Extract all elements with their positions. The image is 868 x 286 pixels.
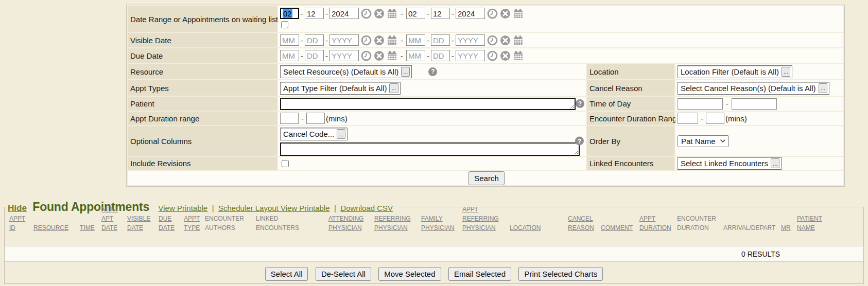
clear-icon[interactable] [500,50,511,61]
due-date-from-day-input[interactable]: DD [305,50,324,61]
time-of-day-start-input[interactable] [678,98,723,110]
location-filter[interactable]: Location Filter (Default is All) ... [678,65,792,78]
calendar-icon[interactable] [387,8,397,19]
download-csv-link[interactable]: Download CSV [340,204,393,212]
column-header-cancel-reason[interactable]: CANCELREASON [568,214,594,233]
column-header-next-apt-date[interactable]: NEXTAPTDATE [101,205,118,233]
clock-icon[interactable] [361,50,372,61]
column-header-family-physician[interactable]: FAMILYPHYSICIAN [421,214,455,233]
calendar-icon[interactable] [513,35,524,46]
resource-more-button[interactable]: ... [401,67,410,77]
visible-date-to-day-input[interactable]: DD [431,34,450,46]
optional-columns-label: Optional Columns [128,126,277,156]
date-range-to-month-input[interactable]: 02 [406,8,425,19]
cancel-code-picker[interactable]: Cancel Code... ... [280,128,348,140]
clear-icon[interactable] [374,50,385,61]
calendar-icon[interactable] [513,8,524,19]
scheduler-layout-view-printable-link[interactable]: Scheduler Layout View Printable [218,204,330,212]
calendar-icon[interactable] [387,35,397,46]
move-selected-button[interactable]: Move Selected [378,267,441,281]
clock-icon[interactable] [361,8,372,19]
column-header-location[interactable]: LOCATION [510,223,541,233]
clear-icon[interactable] [500,8,511,19]
column-header-encounter-authors: ENCOUNTERAUTHORS [205,214,244,233]
range-separator: - [401,36,403,45]
waiting-list-checkbox[interactable] [281,21,288,28]
visible-date-from-month-input[interactable]: MM [280,34,299,46]
clear-icon[interactable] [500,35,511,46]
date-range-from-month-input[interactable]: 02 [280,8,299,19]
patient-help-icon[interactable]: ? [576,99,584,108]
column-header-attending-physician[interactable]: ATTENDINGPHYSICIAN [328,214,363,233]
patient-input[interactable] [280,98,576,110]
clock-icon[interactable] [361,35,372,46]
clear-icon[interactable] [374,35,385,46]
encounter-duration-max-input[interactable] [706,113,724,124]
include-revisions-label: Include Revisions [128,157,277,170]
appt-type-filter[interactable]: Appt Type Filter (Default is All) ... [280,82,401,95]
column-header-appt-id[interactable]: APPTID [9,214,25,233]
visible-date-to-month-input[interactable]: MM [406,34,425,46]
appt-type-more-button[interactable]: ... [389,83,398,93]
visible-date-to-year-input[interactable]: YYYY [456,34,485,46]
appt-duration-max-input[interactable] [306,113,325,124]
column-header-comment[interactable]: COMMENT [601,223,633,233]
date-range-to-day-input[interactable]: 12 [431,8,450,19]
select-all-button[interactable]: Select All [265,267,308,281]
due-date-to-day-input[interactable]: DD [431,50,450,61]
due-date-to-month-input[interactable]: MM [406,50,425,61]
date-separator: - [325,36,328,45]
cancel-reason-filter[interactable]: Select Cancel Reason(s) (Default is All)… [678,82,829,95]
calendar-icon[interactable] [513,50,524,61]
column-header-referring-physician[interactable]: REFERRINGPHYSICIAN [374,214,411,233]
column-header-appt-type[interactable]: APPTTYPE [184,214,200,233]
date-range-from-year-input[interactable]: 2024 [329,8,359,19]
cancel-reason-more-button[interactable]: ... [819,83,827,93]
column-header-visible-date[interactable]: VISIBLEDATE [127,214,150,233]
date-range-to-year-input[interactable]: 2024 [456,8,485,19]
linked-encounters-cell: Select Linked Encounters ... [675,157,843,170]
search-button[interactable]: Search [468,171,505,185]
print-selected-charts-button[interactable]: Print Selected Charts [518,267,603,281]
view-printable-link[interactable]: View Printable [159,204,208,212]
date-range-from-day-input[interactable]: 12 [305,8,324,19]
column-header-mr[interactable]: MR [781,223,791,233]
chevron-down-icon [720,139,725,142]
column-header-time[interactable]: TIME [80,223,95,233]
appt-duration-min-input[interactable] [280,113,299,124]
hide-link[interactable]: Hide [8,203,27,213]
encounter-duration-min-input[interactable] [678,113,698,124]
linked-encounters-filter[interactable]: Select Linked Encounters ... [678,157,782,170]
order-by-select[interactable]: Pat Name [678,135,729,147]
clock-icon[interactable] [487,35,498,46]
date-separator: - [325,51,328,60]
range-separator: - [301,114,304,123]
location-more-button[interactable]: ... [782,67,790,77]
calendar-icon[interactable] [387,50,397,61]
clear-icon[interactable] [374,8,385,19]
due-date-from-year-input[interactable]: YYYY [329,50,359,61]
include-revisions-checkbox[interactable] [282,160,289,167]
due-date-label: Due Date [128,48,277,63]
order-by-label: Order By [587,126,674,156]
cancel-code-more-button[interactable]: ... [337,129,345,139]
optional-columns-help-icon[interactable]: ? [575,137,584,146]
column-header-resource[interactable]: RESOURCE [33,223,68,233]
column-header-due-date[interactable]: DUEDATE [159,214,175,233]
clock-icon[interactable] [487,50,498,61]
optional-columns-input[interactable] [280,142,580,156]
time-of-day-end-input[interactable] [732,98,777,110]
clock-icon[interactable] [487,8,498,19]
visible-date-from-year-input[interactable]: YYYY [329,34,359,46]
column-header-patient-name[interactable]: PATIENTNAME [797,214,822,233]
deselect-all-button[interactable]: De-Select All [316,267,371,281]
due-date-from-month-input[interactable]: MM [280,50,299,61]
email-selected-button[interactable]: Email Selected [448,267,511,281]
column-header-appt-referring-physician[interactable]: APPTREFERRINGPHYSICIAN [462,205,499,233]
column-header-appt-duration[interactable]: APPTDURATION [639,214,671,233]
linked-encounters-more-button[interactable]: ... [771,158,779,168]
due-date-to-year-input[interactable]: YYYY [456,50,485,61]
visible-date-from-day-input[interactable]: DD [305,34,324,46]
resource-filter[interactable]: Select Resource(s) (Default is All) ... [280,65,412,78]
resource-help-icon[interactable]: ? [428,67,437,76]
